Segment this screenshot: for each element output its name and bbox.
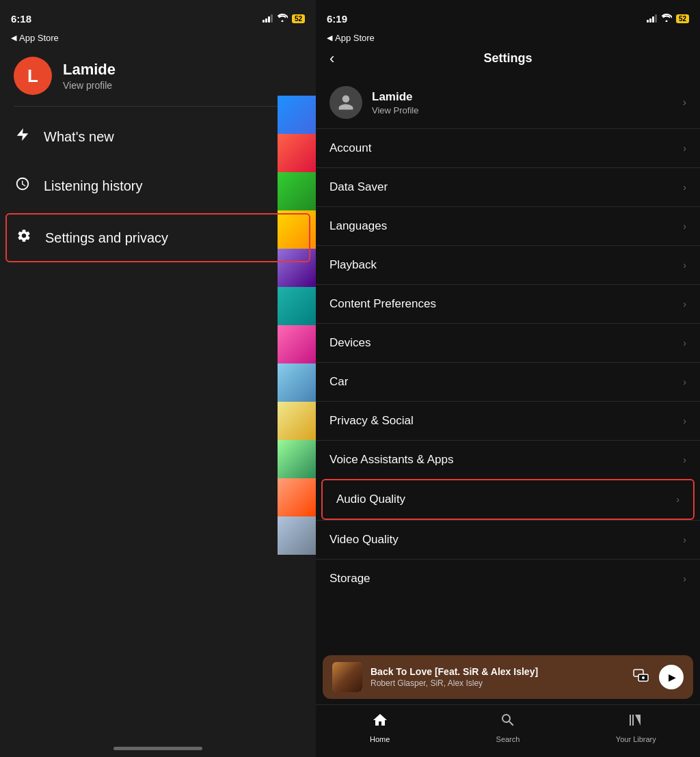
profile-sub: View profile — [63, 80, 116, 91]
settings-row-privacy-social[interactable]: Privacy & Social› — [316, 401, 700, 440]
right-panel: 6:19 52 App Store ‹ Settings — [316, 0, 700, 757]
svg-rect-4 — [632, 715, 634, 726]
signal-bars-icon — [262, 14, 273, 23]
now-playing-artist: Robert Glasper, SiR, Alex Isley — [371, 678, 625, 688]
gear-icon — [15, 228, 33, 247]
library-icon — [628, 712, 644, 732]
settings-row-label-account: Account — [329, 141, 371, 155]
settings-row-label-languages: Languages — [329, 219, 387, 233]
settings-row-languages[interactable]: Languages› — [316, 206, 700, 245]
settings-row-label-car: Car — [329, 375, 348, 389]
settings-row-video-quality[interactable]: Video Quality› — [316, 520, 700, 559]
chevron-icon-devices: › — [683, 338, 686, 348]
settings-row-label-content-preferences: Content Preferences — [329, 297, 436, 311]
left-profile[interactable]: L Lamide View profile — [0, 43, 316, 106]
chevron-icon-voice-assistants: › — [683, 454, 686, 465]
settings-row-label-audio-quality: Audio Quality — [336, 493, 405, 506]
now-playing-controls: ▶ — [633, 665, 684, 689]
settings-row-label-storage: Storage — [329, 572, 371, 586]
bottom-nav: Home Search Your Library — [316, 704, 700, 757]
nav-home-label: Home — [370, 735, 390, 743]
settings-row-label-data-saver: Data Saver — [329, 180, 388, 194]
settings-profile-sub: View Profile — [372, 105, 418, 115]
sidebar-item-label-whats-new: What's new — [44, 129, 114, 145]
left-status-bar: 6:18 52 — [0, 0, 316, 30]
settings-row-content-preferences[interactable]: Content Preferences› — [316, 284, 700, 323]
right-status-bar: 6:19 52 — [316, 0, 700, 30]
now-playing-title: Back To Love [Feat. SiR & Alex Isley] — [371, 666, 625, 677]
chevron-icon-content-preferences: › — [683, 299, 686, 309]
left-panel: 6:18 52 App Store L Lamide View profile — [0, 0, 316, 757]
sidebar-item-whats-new[interactable]: What's new — [0, 112, 316, 161]
back-button[interactable]: ‹ — [329, 50, 334, 68]
now-playing-info: Back To Love [Feat. SiR & Alex Isley] Ro… — [371, 666, 625, 688]
profile-info: Lamide View profile — [63, 61, 116, 91]
svg-point-2 — [642, 676, 645, 679]
right-time: 6:19 — [327, 13, 347, 25]
divider — [14, 106, 302, 107]
right-app-store[interactable]: App Store — [316, 30, 700, 43]
now-playing-thumbnail — [332, 662, 362, 692]
home-indicator-left — [113, 747, 202, 750]
home-icon — [372, 712, 388, 732]
lightning-icon — [14, 127, 31, 146]
settings-profile-info: Lamide View Profile — [372, 90, 418, 115]
chevron-icon-car: › — [683, 376, 686, 387]
right-signal-icon — [647, 14, 657, 23]
chevron-icon-privacy-social: › — [683, 415, 686, 426]
chevron-icon-storage: › — [683, 573, 686, 584]
wifi-icon — [277, 14, 288, 24]
settings-row-data-saver[interactable]: Data Saver› — [316, 167, 700, 206]
settings-profile-row[interactable]: Lamide View Profile › — [316, 77, 700, 128]
sidebar-item-settings-privacy[interactable]: Settings and privacy — [5, 213, 310, 262]
search-icon — [500, 712, 516, 732]
settings-avatar — [329, 86, 362, 119]
settings-row-label-privacy-social: Privacy & Social — [329, 414, 414, 428]
chevron-icon-audio-quality: › — [676, 494, 679, 505]
settings-rows: Account›Data Saver›Languages›Playback›Co… — [316, 128, 700, 598]
left-status-icons: 52 — [262, 14, 305, 24]
settings-row-storage[interactable]: Storage› — [316, 559, 700, 598]
settings-row-label-devices: Devices — [329, 336, 371, 350]
sidebar-item-label-settings: Settings and privacy — [45, 230, 168, 246]
profile-name: Lamide — [63, 61, 116, 79]
nav-search[interactable]: Search — [481, 712, 535, 743]
left-app-store[interactable]: App Store — [0, 30, 316, 43]
history-icon — [14, 176, 31, 195]
settings-list: Lamide View Profile › Account›Data Saver… — [316, 77, 700, 650]
sidebar-item-label-history: Listening history — [44, 178, 143, 194]
play-button[interactable]: ▶ — [659, 665, 684, 689]
chevron-icon-languages: › — [683, 221, 686, 232]
chevron-icon-account: › — [683, 143, 686, 154]
avatar: L — [14, 57, 52, 95]
chevron-icon-data-saver: › — [683, 182, 686, 193]
left-menu: What's new Listening history Settings an… — [0, 112, 316, 265]
device-connect-icon[interactable] — [633, 669, 649, 686]
right-battery-badge: 52 — [676, 14, 689, 23]
now-playing-bar[interactable]: Back To Love [Feat. SiR & Alex Isley] Ro… — [323, 655, 693, 699]
svg-rect-3 — [630, 715, 631, 726]
sidebar-item-listening-history[interactable]: Listening history — [0, 161, 316, 210]
settings-row-playback[interactable]: Playback› — [316, 245, 700, 284]
settings-row-label-playback: Playback — [329, 258, 377, 272]
left-time: 6:18 — [11, 13, 31, 25]
settings-row-audio-quality[interactable]: Audio Quality› — [321, 479, 695, 520]
profile-chevron-icon: › — [683, 96, 686, 109]
settings-row-voice-assistants[interactable]: Voice Assistants & Apps› — [316, 440, 700, 479]
right-status-icons: 52 — [647, 14, 689, 24]
settings-profile-name: Lamide — [372, 90, 418, 104]
settings-row-devices[interactable]: Devices› — [316, 323, 700, 362]
nav-library-label: Your Library — [616, 735, 656, 743]
chevron-icon-playback: › — [683, 260, 686, 271]
settings-row-label-voice-assistants: Voice Assistants & Apps — [329, 453, 453, 467]
chevron-icon-video-quality: › — [683, 534, 686, 545]
settings-title: Settings — [483, 51, 532, 66]
nav-library[interactable]: Your Library — [608, 712, 663, 743]
settings-row-account[interactable]: Account› — [316, 128, 700, 167]
settings-row-label-video-quality: Video Quality — [329, 533, 399, 547]
right-wifi-icon — [661, 14, 672, 24]
settings-header: ‹ Settings — [316, 43, 700, 77]
settings-row-car[interactable]: Car› — [316, 362, 700, 401]
nav-home[interactable]: Home — [353, 712, 407, 743]
nav-search-label: Search — [496, 735, 520, 743]
